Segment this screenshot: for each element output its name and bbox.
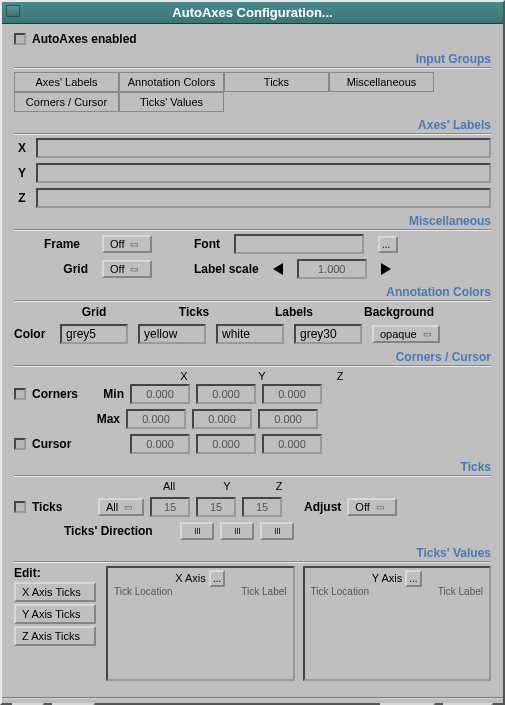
color-bg-h: Background [364,305,434,319]
color-grid-input[interactable] [60,324,128,344]
autoaxes-enabled-checkbox[interactable] [14,33,26,45]
btn-axes-labels[interactable]: Axes' Labels [14,72,119,92]
footer-bar: OK Apply Restore Cancel [2,697,503,705]
btn-corners-cursor[interactable]: Corners / Cursor [14,92,119,112]
cursor-y[interactable] [196,434,256,454]
x-axis-header: X Axis [175,572,206,584]
color-labels-h: Labels [264,305,324,319]
frame-label: Frame [44,237,88,251]
btn-ticks[interactable]: Ticks [224,72,329,92]
color-labels-input[interactable] [216,324,284,344]
edit-label: Edit: [14,566,98,580]
corners-y-h: Y [232,370,292,382]
y-label: Y [14,166,30,180]
ticks-dir-y[interactable] [220,522,254,540]
font-label: Font [194,237,220,251]
adjust-dropdown[interactable]: Off▭ [347,498,397,516]
autoaxes-config-window: AutoAxes Configuration... AutoAxes enabl… [0,0,505,705]
font-input[interactable] [234,234,364,254]
section-ticks: Ticks [14,460,491,474]
corners-max-z[interactable] [258,409,318,429]
corners-min-y[interactable] [196,384,256,404]
label-scale-decrement[interactable] [273,263,283,275]
section-axes-labels: Axes' Labels [14,118,491,132]
ticks-z-n[interactable] [242,497,282,517]
x-axis-ticks-button[interactable]: X Axis Ticks [14,582,96,602]
z-axis-ticks-button[interactable]: Z Axis Ticks [14,626,96,646]
color-bg-input[interactable] [294,324,362,344]
cursor-label: Cursor [32,437,88,451]
ticks-dir-label: Ticks' Direction [64,524,174,538]
input-groups-buttons: Axes' Labels Annotation Colors Ticks Mis… [14,72,491,112]
corners-max-x[interactable] [126,409,186,429]
x-axis-values-box: X Axis ... Tick LocationTick Label [106,566,295,681]
color-ticks-h: Ticks [164,305,224,319]
section-ticks-values: Ticks' Values [14,546,491,560]
ticks-y-h: Y [214,480,240,492]
autoaxes-enabled-label: AutoAxes enabled [32,32,137,46]
grid-label: Grid [44,262,88,276]
adjust-label: Adjust [304,500,341,514]
cursor-checkbox[interactable] [14,438,26,450]
x-input[interactable] [36,138,491,158]
section-anno-colors: Annotation Colors [14,285,491,299]
section-input-groups: Input Groups [14,52,491,66]
corners-checkbox[interactable] [14,388,26,400]
y-input[interactable] [36,163,491,183]
corners-x-h: X [154,370,214,382]
corners-z-h: Z [310,370,370,382]
ticks-dir-x[interactable] [180,522,214,540]
color-grid-h: Grid [64,305,124,319]
section-misc: Miscellaneous [14,214,491,228]
x-label: X [14,141,30,155]
window-title: AutoAxes Configuration... [172,5,332,20]
x-lab-h: Tick Label [241,586,286,597]
min-label: Min [94,387,124,401]
ticks-all-dropdown[interactable]: All▭ [98,498,144,516]
corners-min-z[interactable] [262,384,322,404]
font-browse-button[interactable]: ... [378,236,398,253]
max-label: Max [90,412,120,426]
cursor-x[interactable] [130,434,190,454]
y-axis-more[interactable]: ... [405,570,421,587]
color-row-label: Color [14,327,50,341]
x-axis-more[interactable]: ... [209,570,225,587]
y-loc-h: Tick Location [311,586,370,597]
ticks-checkbox[interactable] [14,501,26,513]
label-scale-label: Label scale [194,262,259,276]
y-axis-values-box: Y Axis ... Tick LocationTick Label [303,566,492,681]
corners-label: Corners [32,387,88,401]
ticks-dir-z[interactable] [260,522,294,540]
btn-annotation-colors[interactable]: Annotation Colors [119,72,224,92]
y-axis-header: Y Axis [372,572,402,584]
ticks-all-h: All [150,480,188,492]
cursor-z[interactable] [262,434,322,454]
grid-dropdown[interactable]: Off▭ [102,260,152,278]
section-corners: Corners / Cursor [14,350,491,364]
label-scale-increment[interactable] [381,263,391,275]
z-label: Z [14,191,30,205]
ticks-all-n[interactable] [150,497,190,517]
btn-misc[interactable]: Miscellaneous [329,72,434,92]
y-lab-h: Tick Label [438,586,483,597]
window-titlebar: AutoAxes Configuration... [2,2,503,24]
corners-max-y[interactable] [192,409,252,429]
corners-min-x[interactable] [130,384,190,404]
ticks-z-h: Z [266,480,292,492]
x-loc-h: Tick Location [114,586,173,597]
ticks-y-n[interactable] [196,497,236,517]
z-input[interactable] [36,188,491,208]
label-scale-input[interactable] [297,259,367,279]
y-axis-ticks-button[interactable]: Y Axis Ticks [14,604,96,624]
frame-dropdown[interactable]: Off▭ [102,235,152,253]
opaque-dropdown[interactable]: opaque▭ [372,325,440,343]
color-ticks-input[interactable] [138,324,206,344]
window-menu-icon[interactable] [6,5,20,17]
ticks-label: Ticks [32,500,92,514]
btn-ticks-values[interactable]: Ticks' Values [119,92,224,112]
